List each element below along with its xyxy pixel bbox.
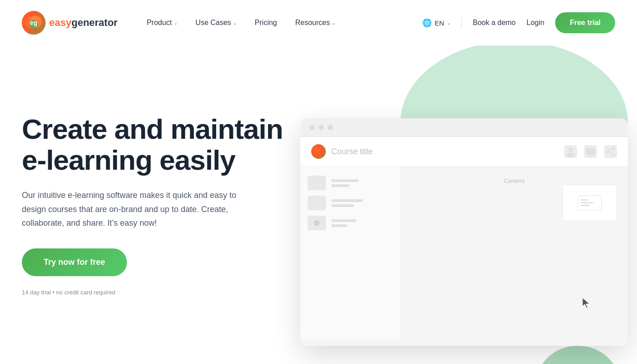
language-selector[interactable]: 🌐 EN ⌄ (422, 18, 450, 28)
course-thumb-2 (308, 196, 326, 210)
line-5 (331, 219, 356, 222)
course-lines-1 (331, 179, 359, 187)
sidebar-course-item-2 (308, 196, 393, 210)
window-bar (300, 118, 628, 137)
app-header: Course title (300, 137, 628, 167)
lang-chevron-icon: ⌄ (447, 20, 450, 25)
line-4 (331, 204, 354, 207)
app-window: Course title (300, 118, 628, 346)
svg-point-5 (568, 147, 573, 152)
nav-resources[interactable]: Resources ⌄ (288, 15, 343, 30)
course-lines-2 (331, 199, 363, 207)
course-lines-3 (331, 219, 356, 227)
hero-section: Create and maintain e-learning easily Ou… (0, 46, 637, 364)
window-dot-3 (328, 125, 333, 130)
nav-product[interactable]: Product ⌄ (139, 15, 184, 30)
svg-rect-18 (581, 199, 588, 201)
window-dot-1 (309, 125, 315, 130)
nav-right: 🌐 EN ⌄ Book a demo Login Free trial (422, 12, 615, 33)
course-thumb-3 (308, 216, 326, 230)
header-icon-3 (604, 145, 617, 158)
line-2 (331, 184, 349, 187)
app-logo (311, 144, 326, 159)
app-main: Content (400, 167, 628, 339)
product-chevron-icon: ⌄ (174, 20, 177, 25)
svg-rect-20 (581, 205, 590, 206)
cursor-icon (581, 297, 592, 312)
svg-point-11 (607, 150, 609, 153)
content-label: Content (411, 177, 617, 184)
globe-icon: 🌐 (422, 18, 432, 28)
svg-line-14 (609, 152, 612, 154)
decorative-blob-bottom (537, 346, 619, 364)
sidebar-course-item-3 (308, 216, 393, 230)
course-title: Course title (331, 147, 373, 157)
trial-note: 14 day trial • no credit card required (22, 289, 304, 296)
svg-line-13 (609, 149, 612, 151)
nav-divider (461, 16, 462, 29)
svg-rect-19 (581, 202, 593, 203)
free-trial-button[interactable]: Free trial (555, 12, 615, 33)
nav-links: Product ⌄ Use Cases ⌄ Pricing Resources … (139, 15, 422, 30)
logo-icon: eg (22, 11, 46, 35)
header-icons (564, 145, 617, 158)
navbar: eg easygenerator Product ⌄ Use Cases ⌄ P… (0, 0, 637, 46)
logo-text: easygenerator (49, 17, 117, 29)
content-widget (562, 185, 617, 221)
course-thumb-1 (308, 176, 326, 190)
svg-point-12 (612, 153, 615, 156)
login-button[interactable]: Login (526, 19, 544, 27)
header-icon-1 (564, 145, 577, 158)
line-3 (331, 199, 363, 202)
window-dot-2 (318, 125, 324, 130)
svg-text:eg: eg (30, 19, 37, 26)
svg-point-6 (566, 153, 575, 157)
svg-rect-7 (586, 148, 595, 155)
svg-point-10 (612, 147, 615, 150)
header-icon-2 (584, 145, 597, 158)
resources-chevron-icon: ⌄ (332, 20, 335, 25)
try-now-button[interactable]: Try now for free (22, 248, 127, 276)
line-6 (331, 224, 347, 227)
book-demo-link[interactable]: Book a demo (473, 19, 516, 27)
app-content: Content (300, 167, 628, 339)
logo[interactable]: eg easygenerator (22, 11, 117, 35)
hero-title: Create and maintain e-learning easily (22, 114, 304, 176)
nav-pricing[interactable]: Pricing (248, 15, 284, 30)
svg-point-16 (314, 220, 319, 226)
sidebar-course-item-1 (308, 176, 393, 190)
use-cases-chevron-icon: ⌄ (233, 20, 237, 25)
nav-use-cases[interactable]: Use Cases ⌄ (188, 15, 244, 30)
hero-description: Our intuitive e-learning software makes … (22, 188, 258, 230)
app-sidebar (300, 167, 400, 339)
hero-content: Create and maintain e-learning easily Ou… (22, 114, 304, 296)
hero-mockup: Course title (291, 46, 637, 364)
line-1 (331, 179, 359, 182)
